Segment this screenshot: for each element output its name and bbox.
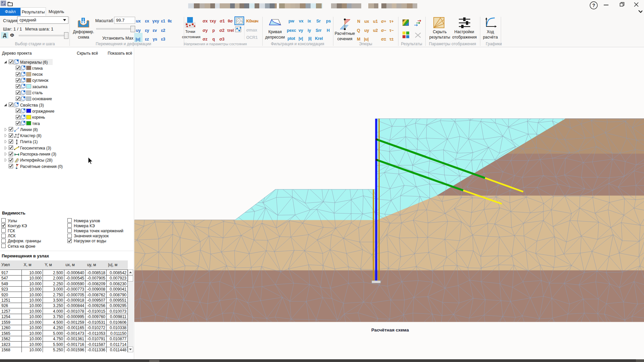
svg-text:?: ? xyxy=(592,3,595,8)
